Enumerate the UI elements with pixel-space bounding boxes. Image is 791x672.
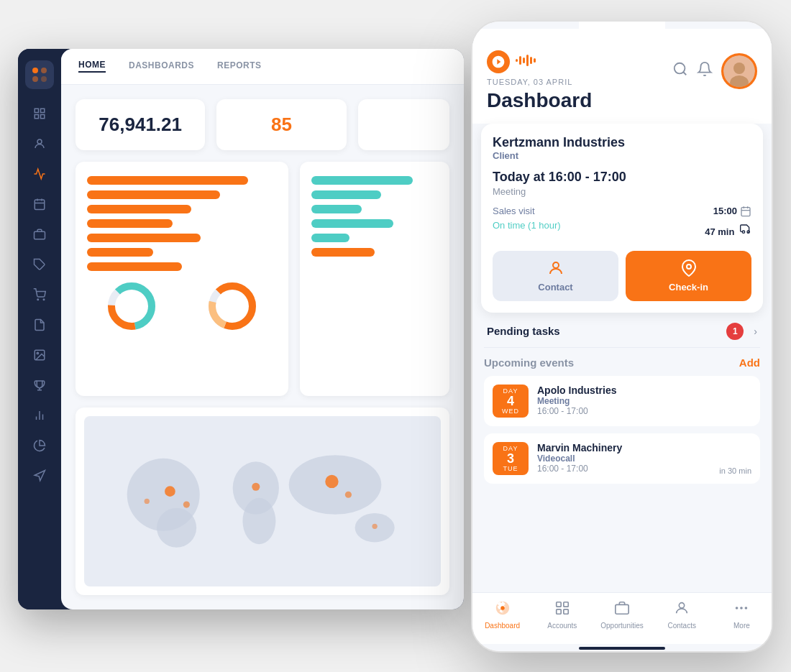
contact-button[interactable]: Contact (493, 251, 618, 301)
event-item-2[interactable]: DAY 3 TUE Marvin Machinery Videocall 16:… (484, 433, 760, 484)
contact-icon (547, 259, 564, 279)
sidebar-item-image[interactable] (27, 342, 52, 368)
action-buttons: Contact Check-in (493, 251, 751, 301)
nav-home[interactable]: HOME (78, 60, 106, 73)
scene: HOME DASHBOARDS REPORTS 76,941.21 85 (18, 20, 773, 653)
upcoming-events-label: Upcoming events (484, 356, 574, 369)
bar-chart-card (76, 162, 288, 396)
sidebar-item-grid[interactable] (27, 101, 52, 126)
tab-contacts-label: Contacts (667, 622, 695, 630)
nav-dashboards[interactable]: DASHBOARDS (129, 60, 194, 72)
svg-point-37 (345, 491, 352, 497)
opportunities-tab-icon (614, 600, 630, 620)
sidebar-item-activity[interactable] (27, 161, 52, 187)
sidebar-item-cart[interactable] (27, 282, 52, 308)
phone-title: Dashboard (487, 89, 592, 112)
svg-point-68 (745, 607, 748, 609)
event-2-time: 16:00 - 17:00 (537, 464, 710, 474)
svg-rect-2 (35, 114, 38, 118)
sidebar-item-calendar[interactable] (27, 191, 52, 217)
event-1-date-badge: DAY 4 WED (493, 385, 529, 418)
svg-rect-42 (523, 57, 525, 63)
svg-point-4 (37, 139, 42, 144)
checkin-button[interactable]: Check-in (626, 251, 751, 301)
svg-point-38 (372, 523, 377, 528)
event-1-day-name: WED (498, 408, 523, 415)
event-1-day-label: DAY (498, 387, 523, 395)
nav-reports[interactable]: REPORTS (217, 60, 262, 72)
svg-point-11 (37, 299, 39, 300)
sidebar-item-file[interactable] (27, 312, 52, 338)
app-logo (25, 60, 54, 89)
donut-chart-1 (106, 281, 157, 331)
tab-opportunities[interactable]: Opportunities (592, 600, 651, 630)
more-tab-icon (733, 600, 749, 620)
pending-tasks-label: Pending tasks (487, 325, 560, 337)
sidebar-item-user[interactable] (27, 131, 52, 157)
svg-rect-1 (41, 109, 45, 112)
sidebar-item-bar-chart[interactable] (27, 402, 52, 428)
desktop-app: HOME DASHBOARDS REPORTS 76,941.21 85 (18, 49, 464, 609)
tab-contacts[interactable]: Contacts (652, 600, 712, 630)
sidebar-item-briefcase[interactable] (27, 221, 52, 247)
svg-rect-62 (557, 609, 561, 613)
phone-notch (579, 22, 665, 42)
tasks-row-inner: 1 › (726, 323, 757, 340)
svg-rect-45 (534, 58, 536, 63)
meeting-card: Kertzmann Industries Client Today at 16:… (481, 124, 763, 313)
sidebar-item-pie-chart[interactable] (27, 433, 52, 459)
event-1-day-num: 4 (498, 395, 523, 408)
svg-point-28 (157, 507, 196, 547)
events-header: Upcoming events Add (484, 356, 760, 369)
event-item-1[interactable]: DAY 4 WED Apolo Industries Meeting 16:00… (484, 376, 760, 426)
svg-rect-3 (41, 114, 45, 118)
bell-icon[interactable] (697, 61, 713, 80)
meeting-time: Today at 16:00 - 17:00 (493, 170, 751, 185)
svg-point-22 (119, 293, 145, 319)
drive-time-row: On time (1 hour) 47 min (493, 220, 751, 241)
svg-point-49 (733, 63, 745, 74)
events-section: Upcoming events Add DAY 4 WED Apolo Indu… (472, 348, 772, 592)
sidebar-item-trophy[interactable] (27, 372, 52, 398)
svg-point-36 (325, 474, 338, 487)
search-icon[interactable] (672, 61, 688, 80)
svg-point-35 (252, 482, 260, 490)
sidebar-item-tag[interactable] (27, 252, 52, 277)
tab-more[interactable]: More (712, 600, 772, 630)
tab-dashboard[interactable]: Dashboard (472, 600, 532, 630)
mobile-app: TUESDAY, 03 APRIL Dashboard (471, 20, 773, 653)
svg-point-34 (183, 501, 190, 507)
svg-rect-40 (516, 59, 518, 62)
svg-rect-51 (741, 207, 750, 216)
event-2-type: Videocall (537, 454, 710, 464)
phone-header-left: TUESDAY, 03 APRIL Dashboard (487, 50, 592, 112)
event-1-time: 16:00 - 17:00 (537, 406, 743, 416)
contact-label: Contact (538, 282, 572, 293)
sidebar-item-megaphone[interactable] (27, 463, 52, 489)
svg-rect-9 (35, 231, 45, 239)
svg-point-56 (747, 231, 749, 233)
svg-point-14 (37, 352, 38, 354)
tab-opportunities-label: Opportunities (600, 622, 643, 630)
phone-header-right (672, 50, 757, 89)
dashboard-tab-icon (495, 600, 511, 620)
svg-point-55 (742, 231, 744, 233)
pending-count-badge: 1 (726, 323, 744, 340)
svg-point-65 (680, 602, 685, 607)
svg-point-33 (165, 486, 175, 497)
sales-visit-label: Sales visit (493, 206, 535, 216)
add-event-button[interactable]: Add (739, 356, 760, 369)
top-nav: HOME DASHBOARDS REPORTS (61, 49, 464, 85)
tab-more-label: More (733, 622, 750, 630)
svg-rect-5 (35, 200, 45, 210)
svg-rect-64 (616, 604, 628, 614)
svg-point-67 (741, 607, 744, 609)
hbar-container (87, 173, 277, 271)
event-2-day-num: 3 (498, 452, 523, 465)
chevron-right-icon[interactable]: › (754, 326, 757, 337)
sales-visit-row: Sales visit 15:00 (493, 206, 751, 217)
event-1-company: Apolo Industries (537, 385, 743, 396)
avatar[interactable] (721, 53, 757, 89)
tab-accounts[interactable]: Accounts (532, 600, 592, 630)
company-name: Kertzmann Industries (493, 135, 751, 150)
